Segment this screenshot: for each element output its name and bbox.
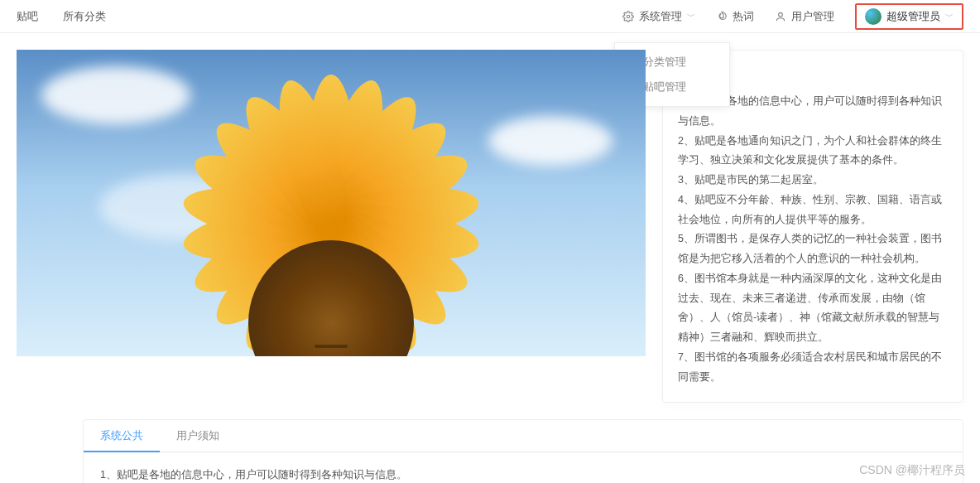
user-mgmt[interactable]: 用户管理 (775, 9, 834, 24)
tab-system-public[interactable]: 系统公共 (84, 420, 160, 452)
announcement-item: 3、贴吧是市民的第二起居室。 (678, 171, 948, 191)
tabs-card: 系统公共 用户须知 1、贴吧是各地的信息中心，用户可以随时得到各种知识与信息。2… (83, 419, 963, 483)
chevron-down-icon: ﹀ (687, 11, 695, 22)
carousel-indicator[interactable] (315, 345, 348, 348)
user-icon (775, 11, 786, 22)
top-navbar: 贴吧 所有分类 系统管理 ﹀ 分类管理 贴吧管理 热词 (0, 0, 980, 33)
announcement-item: 7、图书馆的各项服务必须适合农村居民和城市居民的不同需要。 (678, 348, 948, 388)
hero-carousel[interactable] (17, 50, 646, 356)
gear-icon (622, 11, 634, 22)
announcement-item: 2、贴吧是各地通向知识之门，为个人和社会群体的终生学习、独立决策和文化发展提供了… (678, 132, 948, 171)
sysmgmt-menu[interactable]: 系统管理 ﹀ 分类管理 贴吧管理 (622, 9, 695, 24)
svg-point-0 (627, 15, 630, 18)
sunflower-image (116, 58, 546, 356)
nav-all-categories[interactable]: 所有分类 (63, 9, 106, 24)
hot-label: 热词 (733, 9, 754, 24)
announcement-item: 5、所谓图书，是保存人类的记忆的一种社会装置，图书馆是为把它移入活着的个人的意识… (678, 229, 948, 269)
tab-user-notice[interactable]: 用户须知 (160, 420, 236, 452)
nav-right: 系统管理 ﹀ 分类管理 贴吧管理 热词 用户管理 超级管理员 (622, 3, 963, 30)
watermark: CSDN @椰汁程序员 (859, 463, 965, 478)
announcement-list: 1、贴吧是各地的信息中心，用户可以随时得到各种知识与信息。2、贴吧是各地通向知识… (678, 92, 948, 387)
tab-content: 1、贴吧是各地的信息中心，用户可以随时得到各种知识与信息。2、贴吧是各地通向知识… (84, 452, 963, 483)
current-user-menu[interactable]: 超级管理员 ﹀ (855, 3, 963, 30)
nav-left: 贴吧 所有分类 (17, 9, 106, 24)
dropdown-item-label: 贴吧管理 (643, 80, 686, 94)
avatar (865, 8, 882, 25)
tab-line: 1、贴吧是各地的信息中心，用户可以随时得到各种知识与信息。 (100, 466, 946, 483)
announcement-item: 4、贴吧应不分年龄、种族、性别、宗教、国籍、语言或社会地位，向所有的人提供平等的… (678, 191, 948, 230)
dropdown-item-label: 分类管理 (643, 55, 686, 70)
main-row: 贴吧公告 1、贴吧是各地的信息中心，用户可以随时得到各种知识与信息。2、贴吧是各… (0, 33, 980, 419)
usermgmt-label: 用户管理 (791, 9, 834, 24)
tabs-header: 系统公共 用户须知 (84, 420, 963, 452)
username-label: 超级管理员 (886, 9, 940, 24)
announcement-item: 6、图书馆本身就是一种内涵深厚的文化，这种文化是由过去、现在、未来三者递进、传承… (678, 269, 948, 348)
nav-tieba[interactable]: 贴吧 (17, 9, 38, 24)
sysmgmt-label: 系统管理 (639, 9, 682, 24)
fire-icon (716, 11, 728, 22)
chevron-down-icon: ﹀ (945, 11, 954, 22)
hot-words[interactable]: 热词 (716, 9, 754, 24)
svg-point-1 (779, 12, 783, 17)
